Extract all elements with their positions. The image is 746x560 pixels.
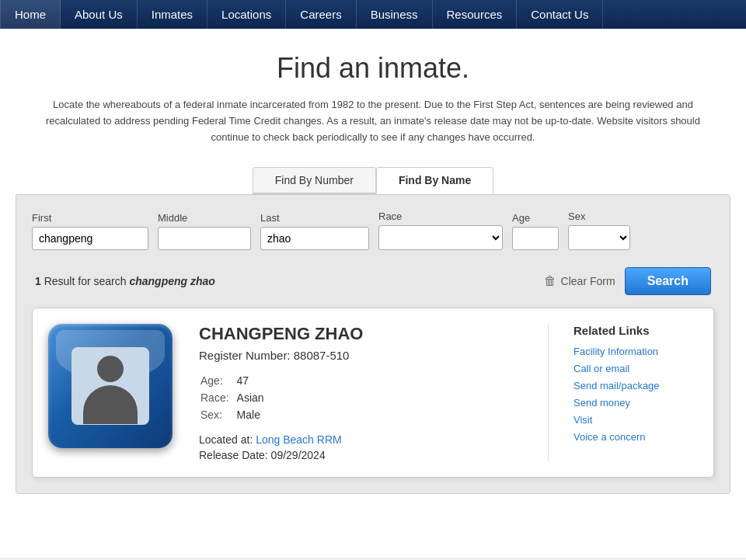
facility-link[interactable]: Long Beach RRM — [256, 433, 342, 446]
results-search-term: changpeng zhao — [129, 275, 214, 287]
send-mail-link[interactable]: Send mail/package — [573, 380, 660, 391]
sex-group: Sex Male Female — [568, 210, 630, 250]
search-button[interactable]: Search — [625, 267, 711, 295]
sex-select[interactable]: Male Female — [568, 225, 630, 250]
located-at: Located at: Long Beach RRM — [199, 433, 523, 446]
age-label: Age — [512, 212, 559, 224]
trash-icon: 🗑 — [544, 274, 556, 288]
last-name-input[interactable] — [260, 227, 369, 250]
first-name-label: First — [32, 212, 148, 224]
first-name-input[interactable] — [32, 227, 148, 250]
first-name-group: First — [32, 212, 148, 250]
clear-form-button[interactable]: 🗑 Clear Form — [544, 274, 615, 288]
page-content: Find an inmate. Locate the whereabouts o… — [0, 29, 746, 558]
page-title: Find an inmate. — [16, 52, 730, 85]
related-links: Related Links Facility Information Call … — [573, 324, 698, 461]
middle-name-input[interactable] — [158, 227, 251, 250]
last-name-group: Last — [260, 212, 369, 250]
race-label: Race — [378, 210, 503, 222]
facility-info-link[interactable]: Facility Information — [573, 346, 658, 357]
race-group: Race Asian Black White Hispanic — [378, 210, 503, 250]
call-email-link[interactable]: Call or email — [573, 363, 629, 374]
tab-find-by-name[interactable]: Find By Name — [376, 167, 493, 194]
age-row: Age: 47 — [200, 373, 270, 388]
sex-label: Sex — [568, 210, 630, 222]
inmate-info: CHANGPENG ZHAO Register Number: 88087-51… — [199, 324, 523, 461]
list-item: Visit — [573, 413, 698, 426]
avatar-silhouette — [79, 351, 141, 421]
search-tabs: Find By Number Find By Name — [253, 167, 494, 194]
nav-contact[interactable]: Contact Us — [517, 0, 603, 29]
form-fields-row: First Middle Last Race Asian Black White… — [32, 210, 714, 250]
inmate-details-table: Age: 47 Race: Asian Sex: Male — [199, 371, 272, 424]
release-date: Release Date: 09/29/2024 — [199, 449, 523, 461]
last-name-label: Last — [260, 212, 369, 224]
release-label: Release Date: — [199, 449, 268, 461]
middle-name-group: Middle — [158, 212, 251, 250]
list-item: Facility Information — [573, 345, 698, 357]
silhouette-head — [97, 356, 124, 382]
nav-business[interactable]: Business — [357, 0, 433, 29]
nav-locations[interactable]: Locations — [207, 0, 286, 29]
send-money-link[interactable]: Send money — [573, 397, 630, 409]
related-links-list: Facility Information Call or email Send … — [573, 345, 698, 443]
silhouette-body — [83, 385, 138, 424]
related-links-title: Related Links — [573, 324, 698, 337]
race-row-label: Race: — [200, 390, 235, 405]
age-group: Age — [512, 212, 559, 250]
results-number: 1 — [35, 275, 41, 287]
results-count-label: Result for search — [44, 275, 127, 287]
register-label: Register Number: — [199, 349, 291, 362]
voice-concern-link[interactable]: Voice a concern — [573, 431, 646, 443]
age-row-label: Age: — [200, 373, 235, 388]
list-item: Send mail/package — [573, 379, 698, 391]
search-form: First Middle Last Race Asian Black White… — [16, 194, 730, 494]
avatar-container — [48, 324, 180, 461]
list-item: Voice a concern — [573, 430, 698, 443]
nav-home[interactable]: Home — [0, 0, 61, 29]
tab-find-by-number[interactable]: Find By Number — [253, 167, 376, 193]
age-input[interactable] — [512, 227, 559, 250]
race-row-value: Asian — [237, 390, 270, 405]
release-value: 09/29/2024 — [271, 449, 326, 461]
age-row-value: 47 — [237, 373, 270, 388]
results-bar: 1 Result for search changpeng zhao 🗑 Cle… — [32, 263, 714, 300]
result-card: CHANGPENG ZHAO Register Number: 88087-51… — [32, 308, 714, 478]
visit-link[interactable]: Visit — [573, 414, 592, 426]
card-divider — [548, 324, 549, 461]
middle-name-label: Middle — [158, 212, 251, 224]
page-description: Locate the whereabouts of a federal inma… — [39, 97, 707, 145]
list-item: Send money — [573, 396, 698, 409]
register-value: 88087-510 — [294, 349, 350, 362]
main-nav: Home About Us Inmates Locations Careers … — [0, 0, 746, 29]
results-count: 1 Result for search changpeng zhao — [35, 275, 215, 287]
list-item: Call or email — [573, 362, 698, 374]
sex-row-value: Male — [237, 407, 270, 423]
register-number: Register Number: 88087-510 — [199, 349, 523, 362]
avatar-inner — [71, 347, 149, 425]
nav-resources[interactable]: Resources — [433, 0, 518, 29]
nav-inmates[interactable]: Inmates — [138, 0, 207, 29]
sex-row-label: Sex: — [200, 407, 235, 423]
race-row: Race: Asian — [200, 390, 270, 405]
race-select[interactable]: Asian Black White Hispanic — [378, 225, 503, 250]
nav-careers[interactable]: Careers — [286, 0, 356, 29]
clear-form-label: Clear Form — [561, 275, 615, 287]
inmate-name: CHANGPENG ZHAO — [199, 324, 523, 344]
nav-about[interactable]: About Us — [61, 0, 138, 29]
located-label: Located at: — [199, 433, 253, 446]
results-actions: 🗑 Clear Form Search — [544, 267, 711, 295]
sex-row: Sex: Male — [200, 407, 270, 423]
avatar-frame — [48, 324, 173, 448]
